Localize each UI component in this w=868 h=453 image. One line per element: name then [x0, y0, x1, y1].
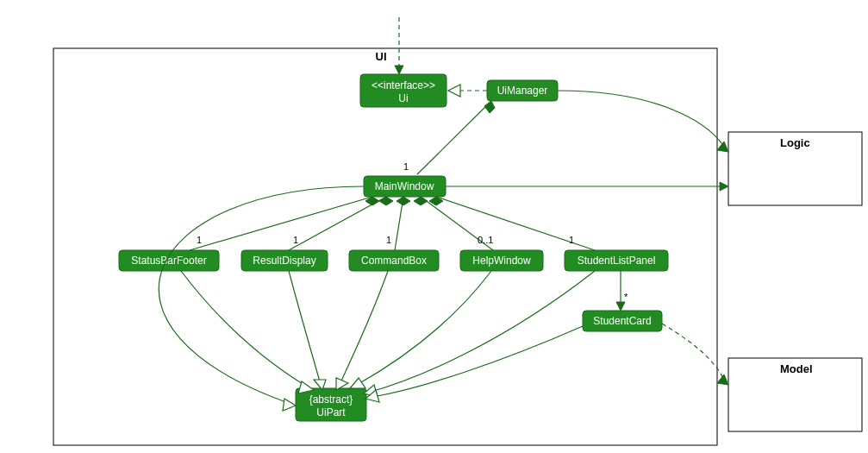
package-model-label: Model	[780, 362, 813, 375]
package-logic-label: Logic	[780, 136, 810, 149]
mult-slp-sc: *	[624, 292, 628, 302]
arrow-studentcard-model	[717, 374, 728, 385]
mult-mw-status: 1	[197, 235, 202, 245]
node-student-card-name: StudentCard	[593, 315, 651, 327]
arrow-mainwindow-logic	[720, 182, 728, 191]
mult-mw-slp: 1	[569, 235, 574, 245]
node-help-window-name: HelpWindow	[472, 255, 531, 267]
mult-mw-result: 1	[293, 235, 298, 245]
mult-mw-cmd: 1	[386, 235, 391, 245]
arrow-uimanager-logic	[717, 142, 728, 152]
node-ui-interface-stereo: <<interface>>	[372, 79, 435, 91]
node-result-display-name: ResultDisplay	[253, 255, 315, 267]
node-main-window-name: MainWindow	[375, 180, 434, 192]
mult-mw-to-um: 1	[403, 161, 409, 172]
node-ui-manager-name: UiManager	[497, 85, 548, 97]
node-ui-part-stereo: {abstract}	[309, 393, 353, 406]
mult-mw-help: 0..1	[478, 235, 493, 245]
node-command-box-name: CommandBox	[361, 255, 427, 267]
package-ui	[53, 48, 717, 445]
node-ui-part-name: UiPart	[316, 406, 346, 418]
package-ui-label: UI	[376, 50, 387, 63]
node-ui-interface-name: Ui	[398, 92, 408, 104]
node-student-list-panel-name: StudentListPanel	[578, 255, 656, 267]
